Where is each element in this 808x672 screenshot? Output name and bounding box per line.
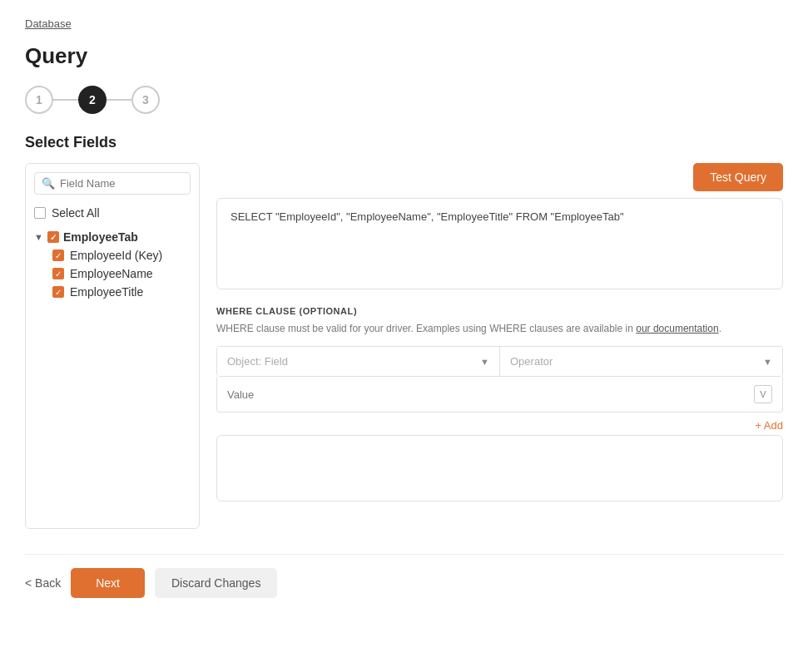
where-desc: WHERE clause must be valid for your driv…	[216, 321, 783, 336]
where-value-input[interactable]	[227, 388, 754, 401]
tree-chevron-icon[interactable]: ▼	[34, 232, 43, 242]
tree-child-label-2: EmployeeTitle	[70, 285, 143, 299]
test-query-button[interactable]: Test Query	[693, 163, 783, 191]
tree-child-checkbox-2[interactable]: ✓	[52, 286, 64, 298]
discard-button[interactable]: Discard Changes	[155, 568, 277, 598]
step-connector-1	[53, 99, 78, 101]
where-label: WHERE CLAUSE (OPTIONAL)	[216, 306, 783, 316]
page-title: Query	[25, 43, 783, 69]
tree-item-employee-tab: ▼ ✓ EmployeeTab ✓ EmployeeId (Key) ✓ Emp…	[34, 228, 191, 301]
tree-child-row-0[interactable]: ✓ EmployeeId (Key)	[52, 246, 191, 264]
tree-parent-checkbox[interactable]: ✓	[47, 231, 59, 243]
search-icon: 🔍	[42, 177, 55, 190]
back-button[interactable]: < Back	[25, 576, 61, 590]
breadcrumb[interactable]: Database	[25, 17, 72, 30]
where-operator-dropdown[interactable]: Operator ▼	[500, 347, 782, 376]
search-box[interactable]: 🔍	[34, 172, 191, 195]
where-row-1: Object: Field ▼ Operator ▼	[216, 346, 783, 377]
tree-parent-label: EmployeeTab	[63, 230, 138, 244]
right-panel: Test Query SELECT "EmployeeId", "Employe…	[216, 163, 783, 502]
tree-child-checkbox-1[interactable]: ✓	[52, 268, 64, 279]
search-input[interactable]	[60, 177, 183, 190]
tree-parent[interactable]: ▼ ✓ EmployeeTab	[34, 228, 191, 246]
select-all-label: Select All	[52, 206, 100, 220]
next-button[interactable]: Next	[71, 568, 145, 598]
sql-box: SELECT "EmployeeId", "EmployeeName", "Em…	[216, 198, 783, 289]
where-field-dropdown[interactable]: Object: Field ▼	[217, 347, 500, 376]
chevron-down-icon: ▼	[480, 357, 489, 367]
step-connector-2	[107, 99, 131, 101]
bottom-bar: < Back Next Discard Changes	[25, 554, 783, 598]
tree-child-label-1: EmployeeName	[70, 267, 153, 280]
tree-child-label-0: EmployeeId (Key)	[70, 249, 162, 262]
section-title: Select Fields	[25, 134, 783, 151]
result-box	[216, 435, 783, 502]
tree-children: ✓ EmployeeId (Key) ✓ EmployeeName ✓ Empl…	[34, 246, 191, 301]
sql-query-text: SELECT "EmployeeId", "EmployeeName", "Em…	[231, 210, 624, 223]
select-all-row[interactable]: Select All	[34, 203, 191, 223]
where-value-row: V	[216, 377, 783, 413]
select-all-checkbox[interactable]	[34, 207, 46, 219]
add-condition-button[interactable]: + Add	[216, 413, 783, 435]
step-1[interactable]: 1	[25, 86, 53, 114]
step-3[interactable]: 3	[131, 86, 160, 114]
value-variable-icon[interactable]: V	[754, 385, 772, 403]
step-2[interactable]: 2	[78, 86, 107, 114]
left-panel: 🔍 Select All ▼ ✓ EmployeeTab ✓ Employ	[25, 163, 200, 529]
operator-chevron-down-icon: ▼	[763, 357, 772, 367]
where-operator-placeholder: Operator	[510, 355, 553, 368]
where-clause-section: WHERE CLAUSE (OPTIONAL) WHERE clause mus…	[216, 306, 783, 502]
right-header: Test Query	[216, 163, 783, 191]
where-field-placeholder: Object: Field	[227, 355, 288, 368]
tree-child-row-2[interactable]: ✓ EmployeeTitle	[52, 283, 191, 301]
stepper: 1 2 3	[25, 86, 783, 114]
tree-child-checkbox-0[interactable]: ✓	[52, 250, 64, 261]
tree-child-row-1[interactable]: ✓ EmployeeName	[52, 264, 191, 283]
where-doc-link[interactable]: our documentation	[636, 323, 718, 334]
